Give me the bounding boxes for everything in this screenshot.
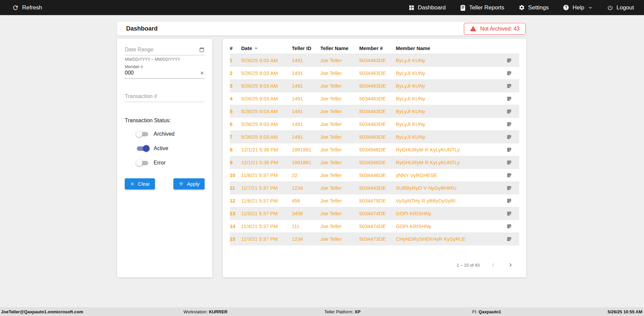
- table-row[interactable]: 12 11/6/21 5:37 PM 456 Joe Teller 503447…: [230, 194, 519, 207]
- table-row[interactable]: 8 12/1/21 5:38 PM 1881881 Joe Teller 503…: [230, 143, 519, 156]
- top-nav-links: Dashboard Teller Reports Settings Help: [409, 4, 634, 11]
- col-date[interactable]: Date: [241, 45, 292, 51]
- row-note-button[interactable]: [499, 224, 519, 229]
- table-row[interactable]: 13 11/5/21 5:37 PM 3456 Joe Teller 50344…: [230, 207, 519, 220]
- row-member-name: RyGHURyM R KyLyKUNTLy: [396, 160, 499, 165]
- nav-teller-reports-label: Teller Reports: [469, 4, 504, 11]
- row-teller-id: 1881881: [292, 147, 320, 152]
- row-member-number: 5034473DE: [359, 236, 396, 242]
- row-note-button[interactable]: [499, 198, 519, 204]
- previous-page-button[interactable]: [489, 261, 497, 269]
- not-archived-badge[interactable]: Not Archived: 43: [464, 23, 526, 35]
- col-teller-name[interactable]: Teller Name: [320, 45, 359, 51]
- note-icon: [506, 122, 512, 127]
- date-range-field: [125, 47, 205, 55]
- row-date: 5/26/25 9:03 AM: [241, 70, 292, 76]
- row-member-number: 5034463DE: [359, 96, 396, 101]
- table-row[interactable]: 11 11/7/21 5:37 PM 1234 Joe Teller 50344…: [230, 182, 519, 194]
- row-note-button[interactable]: [499, 185, 519, 191]
- col-number[interactable]: #: [230, 45, 241, 51]
- row-teller-name: Joe Teller: [320, 198, 359, 204]
- row-note-button[interactable]: [499, 96, 519, 101]
- not-archived-label: Not Archived: 43: [480, 26, 520, 32]
- row-note-button[interactable]: [499, 122, 519, 127]
- status-bar: JoeTeller@Qaxpauto1.onmicrosoft.com Work…: [0, 307, 644, 316]
- note-icon: [506, 58, 512, 63]
- table-row[interactable]: 6 5/26/25 9:03 AM 1491 Joe Teller 503446…: [230, 118, 519, 131]
- fi-info: FI: Qaxpauto1: [472, 309, 501, 314]
- nav-logout[interactable]: Logout: [607, 4, 634, 11]
- table-row[interactable]: 9 12/1/21 5:38 PM 1881881 Joe Teller 503…: [230, 156, 519, 169]
- table-row[interactable]: 7 5/26/25 9:03 AM 1491 Joe Teller 503446…: [230, 131, 519, 143]
- note-icon: [506, 211, 512, 216]
- col-teller-id[interactable]: Teller ID: [292, 45, 320, 51]
- row-member-name: ByLyJI KUNy: [396, 96, 499, 101]
- row-member-name: yNNY VyRGHESE: [396, 172, 499, 178]
- date-range-input[interactable]: [125, 47, 197, 53]
- warning-icon: [470, 26, 476, 32]
- row-note-button[interactable]: [499, 71, 519, 76]
- row-note-button[interactable]: [499, 173, 519, 178]
- nav-dashboard-label: Dashboard: [418, 4, 446, 11]
- col-date-label: Date: [241, 45, 252, 51]
- refresh-button[interactable]: Refresh: [12, 4, 42, 11]
- apply-button[interactable]: Apply: [173, 178, 205, 189]
- table-row[interactable]: 2 5/26/25 9:03 AM 1491 Joe Teller 503446…: [230, 67, 519, 80]
- row-date: 5/26/25 9:03 AM: [241, 134, 292, 140]
- col-member-name[interactable]: Member Name: [396, 45, 499, 51]
- row-note-button[interactable]: [499, 211, 519, 216]
- row-member-name: ByLyJI KUNy: [396, 70, 499, 76]
- row-note-button[interactable]: [499, 134, 519, 140]
- toggle-thumb: [143, 145, 150, 152]
- note-icon: [506, 147, 512, 152]
- row-note-button[interactable]: [499, 160, 519, 165]
- row-number: 12: [230, 198, 241, 204]
- table-row[interactable]: 3 5/26/25 9:03 AM 1491 Joe Teller 503446…: [230, 80, 519, 92]
- table-row[interactable]: 14 11/4/21 5:37 PM 111 Joe Teller 503447…: [230, 220, 519, 233]
- calendar-icon[interactable]: [199, 47, 205, 53]
- nav-settings[interactable]: Settings: [519, 4, 549, 11]
- clear-button[interactable]: Clear: [125, 178, 155, 189]
- nav-help[interactable]: Help: [563, 4, 593, 11]
- clear-member-icon[interactable]: [200, 71, 205, 76]
- table-row[interactable]: 4 5/26/25 9:03 AM 1491 Joe Teller 503446…: [230, 92, 519, 105]
- col-teller-name-label: Teller Name: [320, 45, 348, 51]
- error-toggle[interactable]: [137, 160, 149, 166]
- member-number-input[interactable]: [125, 70, 198, 76]
- active-toggle[interactable]: [137, 145, 149, 152]
- next-page-button[interactable]: [506, 261, 515, 269]
- row-note-button[interactable]: [499, 58, 519, 63]
- power-icon: [607, 5, 613, 11]
- row-date: 11/7/21 5:37 PM: [241, 185, 292, 191]
- row-teller-name: Joe Teller: [320, 108, 359, 114]
- row-number: 14: [230, 223, 241, 229]
- teller-platform-value: XP: [355, 309, 360, 314]
- col-member-number[interactable]: Member #: [359, 45, 396, 51]
- teller-platform-label: Teller Platform:: [324, 309, 355, 314]
- row-number: 15: [230, 236, 241, 242]
- toggle-thumb: [136, 131, 143, 137]
- table-row[interactable]: 15 11/3/21 5:37 PM 1234 Joe Teller 50344…: [230, 233, 519, 245]
- nav-dashboard[interactable]: Dashboard: [409, 4, 446, 11]
- nav-teller-reports[interactable]: Teller Reports: [460, 4, 504, 11]
- sort-desc-icon: [254, 46, 259, 51]
- table-row[interactable]: 5 5/26/25 9:03 AM 1491 Joe Teller 503446…: [230, 105, 519, 118]
- row-teller-id: 456: [292, 198, 320, 204]
- row-teller-name: Joe Teller: [320, 160, 359, 165]
- row-member-number: 5034463DE: [359, 108, 396, 114]
- error-toggle-label: Error: [154, 160, 166, 166]
- filter-icon: [178, 181, 184, 187]
- note-icon: [506, 185, 512, 191]
- row-note-button[interactable]: [499, 109, 519, 114]
- transaction-number-input[interactable]: [125, 93, 205, 99]
- row-note-button[interactable]: [499, 236, 519, 242]
- archived-toggle[interactable]: [137, 131, 149, 137]
- row-number: 2: [230, 70, 241, 76]
- fi-value: Qaxpauto1: [479, 309, 501, 314]
- row-note-button[interactable]: [499, 147, 519, 152]
- row-note-button[interactable]: [499, 83, 519, 89]
- transaction-number-field: [125, 93, 205, 102]
- row-member-number: 5034479DE: [359, 198, 396, 204]
- table-row[interactable]: 1 5/26/25 9:03 AM 1491 Joe Teller 503446…: [230, 54, 519, 67]
- table-row[interactable]: 10 11/8/21 5:37 PM 22 Joe Teller 5034446…: [230, 169, 519, 182]
